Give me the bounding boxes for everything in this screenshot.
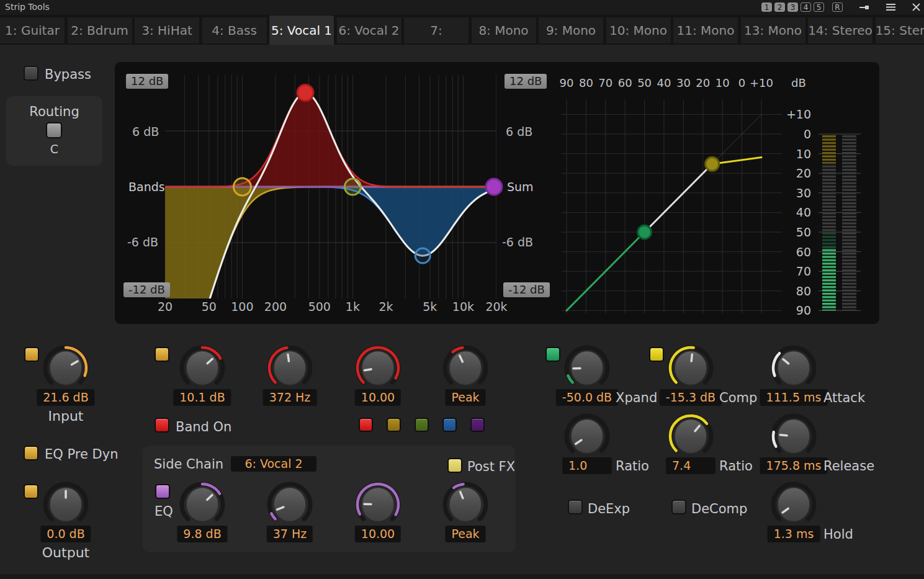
comp-ratio-knob[interactable] (666, 411, 715, 460)
release-value[interactable]: 175.8 ms (760, 457, 828, 474)
expand-ratio-value[interactable]: 1.0 (562, 457, 612, 474)
meter-left-zone-level-green (822, 248, 836, 310)
side-chain-gain-value[interactable]: 9.8 dB (177, 526, 227, 542)
eq-handle-low-cut[interactable] (233, 178, 251, 195)
side-chain-type-knob[interactable] (441, 479, 490, 529)
band-enable-button[interactable] (155, 347, 169, 362)
dyn-x-tick: 70 (598, 76, 612, 89)
decomp-checkbox[interactable] (671, 500, 686, 514)
side-chain-gain-knob[interactable] (177, 479, 227, 529)
tab-10-mono[interactable]: 10: Mono (606, 17, 671, 43)
deexp-checkbox[interactable] (568, 500, 583, 514)
band-select-purple-button[interactable] (470, 418, 485, 432)
tab-6-vocal-2[interactable]: 6: Vocal 2 (337, 17, 401, 43)
preset-button-2[interactable]: 2 (774, 2, 785, 12)
tab-13-mono[interactable]: 13: Mono (741, 17, 805, 43)
comp-threshold-value[interactable]: -15.3 dB (660, 389, 722, 406)
input-enable-button[interactable] (24, 347, 39, 362)
eq-top-db-button-right[interactable]: 12 dB (505, 74, 547, 89)
band-gain-value[interactable]: 10.1 dB (173, 389, 231, 406)
preset-button-r[interactable]: R (832, 2, 843, 12)
eq-handle-band-red[interactable] (297, 85, 313, 101)
band-type-knob[interactable] (441, 343, 490, 392)
release-knob[interactable] (769, 411, 819, 460)
side-chain-source-select[interactable]: 6: Vocal 2 (231, 456, 316, 472)
dyn-x-tick: 0 (738, 76, 745, 89)
band-on-button[interactable] (155, 418, 169, 433)
tab-7[interactable]: 7: (404, 17, 469, 43)
eq-handle-band-olive[interactable] (344, 179, 361, 195)
band-q-knob[interactable] (353, 343, 403, 392)
dyn-handle-expand-threshold[interactable] (638, 225, 652, 239)
tab-15-stereo[interactable]: 15: Stereo (876, 17, 924, 43)
tab-3-hihat[interactable]: 3: HiHat (135, 17, 199, 43)
side-chain-freq-value[interactable]: 37 Hz (267, 526, 313, 542)
output-knob[interactable] (41, 479, 91, 529)
band-select-green-button[interactable] (415, 418, 429, 432)
output-label: Output (42, 545, 89, 560)
eq-top-db-button-left[interactable]: 12 dB (126, 74, 168, 89)
tab-5-vocal-1[interactable]: 5: Vocal 1 (269, 16, 334, 45)
comp-ratio-value[interactable]: 7.4 (666, 457, 715, 474)
dyn-handle-comp-threshold[interactable] (706, 157, 719, 171)
hold-label: Hold (823, 527, 853, 542)
routing-button[interactable] (46, 122, 62, 138)
close-icon[interactable] (912, 3, 920, 11)
eq-minus6db-label-left: -6 dB (127, 235, 158, 249)
dyn-y-tick: 70 (796, 264, 811, 278)
eq-handle-band-blue[interactable] (415, 248, 430, 263)
expander-enable-button[interactable] (545, 347, 560, 362)
expand-threshold-knob[interactable] (562, 343, 612, 392)
tab-8-mono[interactable]: 8: Mono (472, 17, 536, 43)
tab-4-bass[interactable]: 4: Bass (202, 17, 267, 43)
pin-icon[interactable] (859, 4, 869, 11)
side-chain-q-knob[interactable] (353, 479, 403, 529)
dyn-x-tick: 40 (657, 76, 671, 89)
tab-14-stereo[interactable]: 14: Stereo (808, 17, 872, 43)
band-q-value[interactable]: 10.00 (355, 389, 401, 406)
tab-1-guitar[interactable]: 1: Guitar (0, 17, 65, 43)
post-fx-button[interactable] (447, 458, 462, 473)
side-chain-freq-knob[interactable] (265, 479, 315, 529)
comp-threshold-knob[interactable] (666, 343, 715, 392)
hold-knob[interactable] (769, 479, 819, 529)
input-knob[interactable] (41, 343, 91, 392)
output-enable-button[interactable] (24, 484, 38, 499)
eq-bottom-db-button-left[interactable]: -12 dB (123, 282, 170, 297)
preset-button-5[interactable]: 5 (814, 2, 824, 12)
band-select-olive-button[interactable] (387, 418, 401, 432)
eq-bottom-db-button-right[interactable]: -12 dB (503, 282, 550, 297)
eq-pre-dyn-button[interactable] (24, 446, 38, 460)
side-chain-type-value[interactable]: Peak (445, 526, 485, 542)
bypass-checkbox[interactable] (24, 66, 38, 81)
compressor-enable-button[interactable] (649, 347, 664, 362)
output-value[interactable]: 0.0 dB (40, 526, 91, 542)
attack-value[interactable]: 111.5 ms (760, 389, 828, 406)
menu-icon[interactable] (886, 3, 895, 11)
hold-value[interactable]: 1.3 ms (768, 526, 820, 542)
expand-ratio-knob[interactable] (562, 411, 612, 460)
eq-band-fill-band-red (165, 93, 496, 187)
preset-button-1[interactable]: 1 (761, 2, 772, 12)
side-chain-q-value[interactable]: 10.00 (355, 526, 401, 542)
tab-9-mono[interactable]: 9: Mono (539, 17, 603, 43)
tab-2-bdrum[interactable]: 2: Bdrum (68, 17, 132, 43)
preset-button-3[interactable]: 3 (787, 2, 798, 12)
attack-knob[interactable] (769, 343, 819, 392)
eq-freq-tick-200: 200 (264, 300, 287, 313)
band-select-blue-button[interactable] (442, 418, 457, 432)
expand-threshold-value[interactable]: -50.0 dB (556, 389, 618, 406)
dynamics-transfer-chart[interactable]: 9080706050403020100+10dB+100102030405060… (555, 68, 875, 320)
tab-11-mono[interactable]: 11: Mono (673, 17, 738, 43)
band-freq-value[interactable]: 372 Hz (263, 389, 317, 406)
input-value[interactable]: 21.6 dB (37, 389, 94, 406)
band-freq-knob[interactable] (265, 343, 315, 392)
preset-button-4[interactable]: 4 (801, 2, 811, 12)
side-chain-eq-button[interactable] (155, 484, 170, 499)
expand-label: Xpand (616, 390, 657, 405)
band-select-red-button[interactable] (359, 418, 373, 432)
band-gain-knob[interactable] (177, 343, 227, 392)
eq-curve-chart[interactable] (160, 74, 514, 305)
eq-handle-band-purple[interactable] (486, 179, 502, 195)
band-type-value[interactable]: Peak (445, 389, 485, 406)
